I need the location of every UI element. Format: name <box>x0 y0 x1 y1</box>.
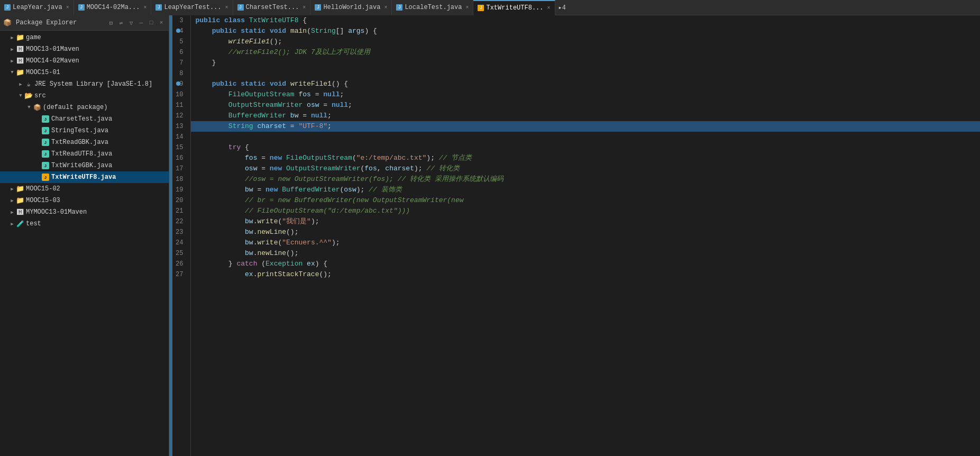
tab-localetest[interactable]: J LocaleTest.java × <box>392 0 473 15</box>
code-line-4: public static void main(String[] args) { <box>191 26 980 37</box>
tab-close-btn[interactable]: × <box>465 5 469 11</box>
line-number-16: 16 <box>176 153 185 163</box>
tree-item-charsettest[interactable]: J CharsetTest.java <box>0 113 169 125</box>
tree-item-mooc14maven[interactable]: ▶ 🅼 MOOC14-02Maven <box>0 55 169 67</box>
tab-charsettest[interactable]: J CharsetTest... × <box>233 0 311 15</box>
tree-item-mooc13maven[interactable]: ▶ 🅼 MOOC13-01Maven <box>0 43 169 55</box>
tree-arrow-mooc15-01[interactable]: ▼ <box>8 69 16 76</box>
tree-item-stringtest[interactable]: J StringTest.java <box>0 125 169 136</box>
tab-leapyeartest[interactable]: J LeapYearTest... × <box>151 0 233 15</box>
code-line-16: fos = new FileOutputStream("e:/temp/abc.… <box>191 153 980 163</box>
maximize-btn[interactable]: □ <box>147 19 155 27</box>
tree-label-mooc13maven: MOOC13-01Maven <box>26 45 79 53</box>
link-with-editor-btn[interactable]: ⇌ <box>117 19 125 27</box>
tree-label-txtreadgbk: TxtReadGBK.java <box>51 139 108 146</box>
tree-item-txtreadgbk[interactable]: J TxtReadGBK.java <box>0 136 169 148</box>
no-arrow <box>34 115 41 123</box>
java-file-icon: J <box>396 4 402 11</box>
java-file-icon: J <box>4 4 11 11</box>
tree-arrow-mymooc13maven[interactable]: ▶ <box>8 208 16 216</box>
tree-item-mooc15-01[interactable]: ▼ 📁 MOOC15-01 <box>0 67 169 78</box>
code-line-27: ex.printStackTrace(); <box>191 269 980 280</box>
tab-label: CharsetTest... <box>246 4 299 11</box>
tree-arrow-mooc15-03[interactable]: ▶ <box>8 197 16 204</box>
tree-arrow-src[interactable]: ▼ <box>17 92 24 99</box>
tree-arrow-mooc15-02[interactable]: ▶ <box>8 185 16 193</box>
line-number-12: 12 <box>176 111 185 121</box>
tree-item-mooc15-02[interactable]: ▶ 📁 MOOC15-02 <box>0 183 169 195</box>
java-file-icon: J <box>155 4 162 11</box>
tree-label-mooc15-02: MOOC15-02 <box>26 185 60 193</box>
tree-item-game[interactable]: ▶ 📁 game <box>0 32 169 43</box>
code-editor[interactable]: 3 4 5 6 7 8 9 10 11 12 13 14 15 16 17 18… <box>169 15 980 456</box>
line-number-19: 19 <box>176 185 185 195</box>
tab-close-btn[interactable]: × <box>66 5 69 11</box>
tab-close-btn[interactable]: × <box>384 5 387 11</box>
close-panel-btn[interactable]: × <box>157 19 166 27</box>
left-gutter <box>169 15 172 456</box>
line-number-24: 24 <box>176 238 185 248</box>
tree-label-mooc14maven: MOOC14-02Maven <box>26 57 79 65</box>
tree-item-mymooc13maven[interactable]: ▶ 🅼 MYMOOC13-01Maven <box>0 206 169 218</box>
java-icon: J <box>41 138 50 147</box>
tab-close-btn[interactable]: × <box>143 5 146 11</box>
tab-leapyear[interactable]: J LeapYear.java × <box>0 0 74 15</box>
tree-item-txtwriteutf8[interactable]: J TxtWriteUTF8.java <box>0 171 169 183</box>
java-icon-selected: J <box>41 173 50 181</box>
view-menu-btn[interactable]: ▽ <box>127 19 135 27</box>
line-number-22: 22 <box>176 216 185 227</box>
line-number-5: 5 <box>176 37 185 47</box>
java-file-icon: J <box>237 4 244 11</box>
code-lines: public class TxtWriteUTF8 { public stati… <box>191 15 980 456</box>
maven-icon: 🅼 <box>16 57 24 65</box>
tree-label-game: game <box>26 34 41 41</box>
tab-helloworld[interactable]: J HelloWorld.java × <box>310 0 392 15</box>
tab-txtwriteutf8[interactable]: J TxtWriteUTF8... × <box>473 0 555 15</box>
tab-close-btn[interactable]: × <box>547 5 551 11</box>
package-explorer-panel: 📦 Package Explorer ⊟ ⇌ ▽ — □ × ▶ 📁 game <box>0 15 169 456</box>
line-number-26: 26 <box>176 259 185 269</box>
tab-mooc14[interactable]: J MOOC14-02Ma... × <box>74 0 152 15</box>
line-number-9: 9 <box>176 79 185 89</box>
tree-arrow-default-pkg[interactable]: ▼ <box>25 104 33 111</box>
tree-item-txtreadutf8[interactable]: J TxtReadUTF8.java <box>0 148 169 160</box>
tree-item-jre[interactable]: ▶ ☕ JRE System Library [JavaSE-1.8] <box>0 78 169 90</box>
tree-arrow-mooc13maven[interactable]: ▶ <box>8 45 16 53</box>
tree-item-src[interactable]: ▼ 📂 src <box>0 90 169 102</box>
project-icon: 📁 <box>16 33 24 42</box>
tree-label-stringtest: StringTest.java <box>51 127 108 134</box>
tab-bar: J LeapYear.java × J MOOC14-02Ma... × J L… <box>0 0 980 15</box>
src-icon: 📂 <box>24 92 33 100</box>
tree-arrow-test[interactable]: ▶ <box>8 220 16 227</box>
tree-item-txtwritegbk[interactable]: J TxtWriteGBK.java <box>0 160 169 171</box>
tree-arrow-game[interactable]: ▶ <box>8 34 16 41</box>
tree-arrow-mooc14maven[interactable]: ▶ <box>8 57 16 65</box>
tree-label-txtreadutf8: TxtReadUTF8.java <box>51 150 112 158</box>
tree-label-test: test <box>26 220 41 227</box>
tab-close-btn[interactable]: × <box>225 5 228 11</box>
line-number-3: 3 <box>176 15 185 26</box>
code-line-15: try { <box>191 142 980 153</box>
tree-label-src: src <box>34 92 46 99</box>
tree-item-test[interactable]: ▶ 🧪 test <box>0 218 169 230</box>
tab-label: TxtWriteUTF8... <box>486 4 543 12</box>
line-number-7: 7 <box>176 58 185 68</box>
line-number-17: 17 <box>176 163 185 174</box>
tree-arrow-jre[interactable]: ▶ <box>17 80 24 88</box>
collapse-all-btn[interactable]: ⊟ <box>107 19 115 27</box>
tab-overflow[interactable]: ▸4 <box>555 4 569 12</box>
explorer-title: Package Explorer <box>16 19 105 26</box>
tree-item-mooc15-03[interactable]: ▶ 📁 MOOC15-03 <box>0 195 169 206</box>
code-line-18: //osw = new OutputStreamWriter(fos); // … <box>191 174 980 185</box>
tree-item-default-pkg[interactable]: ▼ 📦 (default package) <box>0 102 169 113</box>
code-line-17: osw = new OutputStreamWriter(fos, charse… <box>191 163 980 174</box>
line-number-13: 13 <box>176 121 185 132</box>
line-number-15: 15 <box>176 142 185 153</box>
minimize-btn[interactable]: — <box>137 19 145 27</box>
line-number-18: 18 <box>176 174 185 185</box>
code-line-13: String charset = "UTF-8"; <box>191 121 980 132</box>
jre-icon: ☕ <box>24 80 33 88</box>
test-icon: 🧪 <box>16 220 24 228</box>
main-layout: 📦 Package Explorer ⊟ ⇌ ▽ — □ × ▶ 📁 game <box>0 15 980 456</box>
tab-close-btn[interactable]: × <box>303 5 306 11</box>
